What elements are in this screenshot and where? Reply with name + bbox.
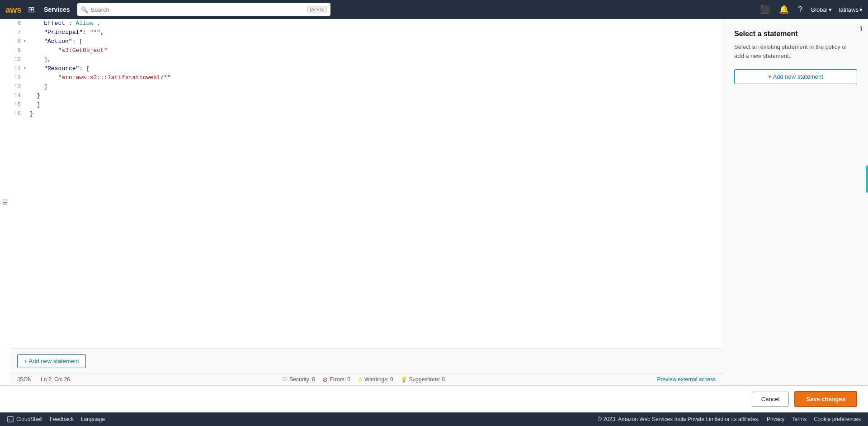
line-content: "Action": [ xyxy=(26,37,723,46)
right-panel: ℹ Select a statement Select an existing … xyxy=(723,19,868,385)
feedback-label: Feedback xyxy=(50,416,74,422)
table-row: 15 ] xyxy=(10,100,723,109)
warnings-status: ⚠ Warnings: 0 xyxy=(358,376,393,383)
lightbulb-icon: 💡 xyxy=(401,376,407,383)
table-row: 9 "s3:GetObject" xyxy=(10,46,723,55)
search-shortcut: [Alt+S] xyxy=(307,6,327,13)
table-row: 10 ], xyxy=(10,55,723,64)
aws-logo[interactable]: aws xyxy=(5,3,23,16)
editor-wrapper: ☰ 6 Effect : Allow ,7 "Principal": "*",8… xyxy=(0,19,868,385)
user-menu[interactable]: latifaws ▾ xyxy=(839,6,863,13)
format-label: JSON xyxy=(17,376,32,383)
line-number: 16 xyxy=(10,109,26,118)
services-button[interactable]: Services xyxy=(40,4,74,15)
privacy-link[interactable]: Privacy xyxy=(767,416,784,422)
add-new-statement-panel-button[interactable]: + Add new statement xyxy=(734,69,857,84)
line-number: 12 xyxy=(10,73,26,82)
footer-actions: Cancel Save changes xyxy=(0,385,868,412)
suggestions-status: 💡 Suggestions: 0 xyxy=(401,376,445,383)
line-number: 6 xyxy=(10,19,26,28)
cloudshell-label: CloudShell xyxy=(16,416,42,422)
fold-icon[interactable]: ▾ xyxy=(21,37,26,46)
language-label: Language xyxy=(81,416,105,422)
table-row: 14 } xyxy=(10,91,723,100)
line-number: 10 xyxy=(10,55,26,64)
bottom-bar-right: © 2023, Amazon Web Services India Privat… xyxy=(598,416,861,422)
line-number: 11▾ xyxy=(10,64,26,73)
username-label: latifaws xyxy=(839,6,859,13)
terminal-icon[interactable]: ⬛ xyxy=(759,4,771,15)
errors-label: Errors: 0 xyxy=(330,376,350,383)
line-number: 15 xyxy=(10,100,26,109)
table-row: 12 "arn:aws:s3:::latifstaticweb1/*" xyxy=(10,73,723,82)
terminal-bottom-icon: >_ xyxy=(7,416,14,422)
scroll-indicator xyxy=(866,166,868,193)
main-content: ☰ 6 Effect : Allow ,7 "Principal": "*",8… xyxy=(0,19,868,385)
code-editor[interactable]: 6 Effect : Allow ,7 "Principal": "*",8▾ … xyxy=(10,19,723,348)
line-number: 7 xyxy=(10,28,26,37)
grid-icon[interactable]: ⊞ xyxy=(26,3,37,16)
search-bar[interactable]: 🔍 [Alt+S] xyxy=(77,3,330,16)
region-label: Global xyxy=(811,6,828,13)
top-navigation: aws ⊞ Services 🔍 [Alt+S] ⬛ 🔔 ? Global ▾ … xyxy=(0,0,868,19)
line-number: 9 xyxy=(10,46,26,55)
status-bar: JSON Ln 2, Col 26 🛡 Security: 0 ⊘ Errors… xyxy=(10,374,723,385)
bell-icon[interactable]: 🔔 xyxy=(778,4,790,15)
line-content: ] xyxy=(26,82,723,91)
code-editor-pane: 6 Effect : Allow ,7 "Principal": "*",8▾ … xyxy=(0,19,723,385)
collapse-icon: ☰ xyxy=(2,199,8,206)
language-item[interactable]: Language xyxy=(81,416,105,422)
cloudshell-item[interactable]: >_ CloudShell xyxy=(7,416,42,422)
right-panel-title: Select a statement xyxy=(734,30,857,38)
table-row: 13 ] xyxy=(10,82,723,91)
user-chevron: ▾ xyxy=(859,6,863,13)
cancel-button[interactable]: Cancel xyxy=(752,392,789,407)
suggestions-label: Suggestions: 0 xyxy=(409,376,445,383)
cookie-link[interactable]: Cookie preferences xyxy=(814,416,861,422)
nav-right-actions: ⬛ 🔔 ? Global ▾ latifaws ▾ xyxy=(759,4,863,15)
line-content: "Resource": [ xyxy=(26,64,723,73)
line-content: "Principal": "*", xyxy=(26,28,723,37)
copyright-text: © 2023, Amazon Web Services India Privat… xyxy=(598,416,760,422)
line-number: 8▾ xyxy=(10,37,26,46)
line-content: ], xyxy=(26,55,723,64)
table-row: 16} xyxy=(10,109,723,118)
table-row: 7 "Principal": "*", xyxy=(10,28,723,37)
info-icon[interactable]: ℹ xyxy=(860,24,863,33)
line-content: "s3:GetObject" xyxy=(26,46,723,55)
line-number: 13 xyxy=(10,82,26,91)
line-content: ] xyxy=(26,100,723,109)
position-label: Ln 2, Col 26 xyxy=(41,376,70,383)
editor-actions: + Add new statement xyxy=(10,348,723,374)
add-new-statement-button[interactable]: + Add new statement xyxy=(17,354,86,368)
search-input[interactable] xyxy=(91,6,305,13)
search-icon: 🔍 xyxy=(81,6,88,13)
right-panel-description: Select an existing statement in the poli… xyxy=(734,43,857,60)
line-content: "arn:aws:s3:::latifstaticweb1/*" xyxy=(26,73,723,82)
collapse-sidebar-button[interactable]: ☰ xyxy=(0,19,10,385)
table-row: 6 Effect : Allow , xyxy=(10,19,723,28)
region-chevron: ▾ xyxy=(829,6,832,13)
svg-text:>_: >_ xyxy=(9,418,13,422)
security-status: 🛡 Security: 0 xyxy=(282,376,315,383)
table-row: 8▾ "Action": [ xyxy=(10,37,723,46)
shield-icon: 🛡 xyxy=(282,376,288,383)
terms-link[interactable]: Terms xyxy=(792,416,807,422)
warnings-label: Warnings: 0 xyxy=(364,376,393,383)
error-icon: ⊘ xyxy=(322,376,328,383)
line-content: Effect : Allow , xyxy=(26,19,723,28)
help-icon[interactable]: ? xyxy=(797,4,803,15)
svg-text:aws: aws xyxy=(5,5,22,14)
feedback-item[interactable]: Feedback xyxy=(50,416,74,422)
region-selector[interactable]: Global ▾ xyxy=(811,6,832,13)
table-row: 11▾ "Resource": [ xyxy=(10,64,723,73)
preview-external-access-link[interactable]: Preview external access xyxy=(657,376,716,383)
errors-status: ⊘ Errors: 0 xyxy=(322,376,350,383)
fold-icon[interactable]: ▾ xyxy=(21,64,26,73)
line-number: 14 xyxy=(10,91,26,100)
warning-icon: ⚠ xyxy=(358,376,363,383)
bottom-bar: >_ CloudShell Feedback Language © 2023, … xyxy=(0,412,868,426)
line-content: } xyxy=(26,109,723,118)
security-label: Security: 0 xyxy=(289,376,315,383)
save-changes-button[interactable]: Save changes xyxy=(794,391,857,407)
